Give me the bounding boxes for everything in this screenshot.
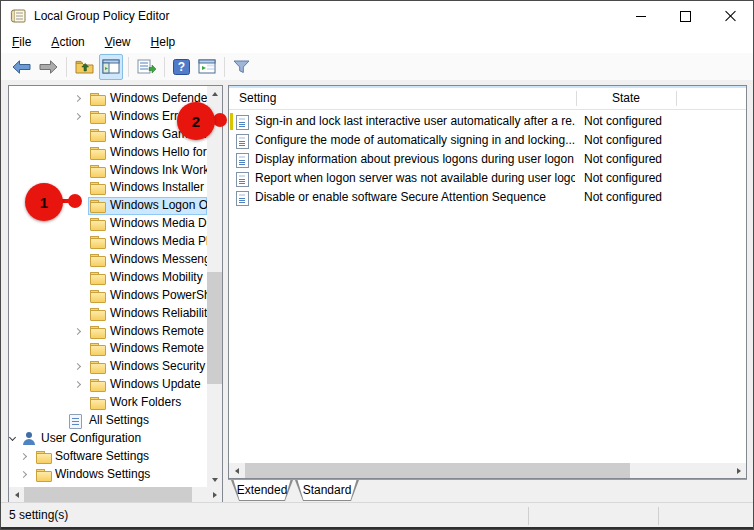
chevron-icon[interactable]: [74, 95, 82, 103]
scrollbar-thumb[interactable]: [207, 272, 222, 384]
scroll-up-button[interactable]: [207, 86, 222, 101]
policy-setting-icon: [236, 191, 249, 206]
settings-list-row[interactable]: Report when logon server was not availab…: [229, 169, 745, 188]
filter-button[interactable]: [230, 55, 253, 79]
main-area: Windows Defender Windows Error Re Window…: [1, 80, 753, 504]
list-horizontal-scrollbar[interactable]: [229, 463, 746, 478]
tree-item[interactable]: Windows Update: [9, 376, 207, 394]
folder-icon: [90, 199, 106, 213]
scroll-right-icon: [737, 468, 741, 474]
tree-horizontal-scrollbar[interactable]: [9, 487, 222, 502]
maximize-button[interactable]: [663, 1, 708, 31]
tree-item[interactable]: Windows Messeng: [9, 251, 207, 269]
scroll-up-icon: [212, 92, 218, 96]
scrollbar-thumb[interactable]: [245, 463, 630, 478]
chevron-icon[interactable]: [74, 113, 82, 121]
tree-item[interactable]: Windows Mobility: [9, 269, 207, 287]
toolbar-separator: [66, 57, 67, 77]
tree-item[interactable]: Windows Security: [9, 358, 207, 376]
tree-item[interactable]: Windows Media Pl: [9, 233, 207, 251]
tree-item[interactable]: User Configuration: [9, 430, 207, 448]
folder-icon: [90, 128, 106, 142]
tree-item[interactable]: Work Folders: [9, 394, 207, 412]
tree-item[interactable]: All Settings: [9, 412, 207, 430]
chevron-icon[interactable]: [9, 435, 17, 443]
tree-item[interactable]: Windows Defender: [9, 90, 207, 108]
scroll-right-button[interactable]: [731, 463, 746, 478]
folder-icon: [90, 307, 106, 321]
tree-item[interactable]: Windows Settings: [9, 466, 207, 484]
up-one-level-button[interactable]: [72, 55, 97, 79]
show-console-tree-button[interactable]: [99, 54, 123, 80]
folder-icon: [90, 164, 106, 178]
folder-icon: [90, 271, 106, 285]
policy-setting-icon: [236, 172, 249, 187]
settings-list-row[interactable]: Configure the mode of automatically sign…: [229, 131, 745, 150]
toolbar: ?: [1, 53, 753, 81]
folder-icon: [36, 450, 52, 464]
folder-icon: [90, 181, 106, 195]
settings-list-pane: Setting State Sign-in and lock last inte…: [228, 85, 747, 479]
settings-list-row[interactable]: Sign-in and lock last interactive user a…: [229, 112, 745, 131]
minimize-button[interactable]: [618, 1, 663, 31]
chevron-icon[interactable]: [20, 471, 28, 479]
scroll-down-button[interactable]: [207, 472, 222, 487]
tree-item[interactable]: Windows Ink Works: [9, 162, 207, 180]
menu-bar: FileActionViewHelp: [1, 31, 753, 53]
forward-button[interactable]: [36, 55, 61, 79]
back-button[interactable]: [9, 55, 34, 79]
tree-item[interactable]: Windows Hello for: [9, 144, 207, 162]
close-button[interactable]: [708, 1, 753, 31]
tree-item[interactable]: Windows Remote: [9, 323, 207, 341]
tree-item[interactable]: Windows Reliabilit: [9, 305, 207, 323]
tree-item-label: Software Settings: [55, 448, 149, 466]
column-divider[interactable]: [676, 91, 677, 106]
tree-item[interactable]: Windows Remote: [9, 340, 207, 358]
folder-icon: [90, 360, 106, 374]
scrollbar-thumb[interactable]: [24, 487, 192, 502]
tree-item-label: Windows Ink Works: [110, 162, 207, 180]
tree-item-label: Windows Logon Opt: [110, 197, 207, 215]
chevron-icon[interactable]: [74, 381, 82, 389]
menu-item-view[interactable]: View: [95, 31, 141, 53]
tree-item[interactable]: Windows PowerShe: [9, 287, 207, 305]
scroll-right-button[interactable]: [207, 487, 222, 502]
minimize-icon: [636, 16, 646, 17]
tab-standard-label: Standard: [295, 480, 359, 501]
chevron-icon[interactable]: [74, 328, 82, 336]
console-tree-pane: Windows Defender Windows Error Re Window…: [8, 85, 223, 503]
chevron-icon[interactable]: [74, 363, 82, 371]
tree-item-label: Work Folders: [110, 394, 181, 412]
new-window-button[interactable]: [195, 55, 219, 79]
chevron-icon[interactable]: [20, 453, 28, 461]
scroll-left-button[interactable]: [9, 487, 24, 502]
tree-item-label: Windows Settings: [55, 466, 150, 484]
menu-item-file[interactable]: File: [2, 31, 41, 53]
menu-item-action[interactable]: Action: [41, 31, 94, 53]
svg-text:?: ?: [178, 60, 185, 74]
tree-vertical-scrollbar[interactable]: [207, 86, 222, 487]
settings-list-row[interactable]: Display information about previous logon…: [229, 150, 745, 169]
setting-state: Not configured: [584, 112, 662, 131]
tree-item[interactable]: Software Settings: [9, 448, 207, 466]
annotation-marker-1: 1: [25, 183, 63, 221]
tree-item[interactable]: Windows Game Re: [9, 126, 207, 144]
setting-state: Not configured: [584, 169, 662, 188]
export-list-button[interactable]: [134, 55, 159, 79]
annotation-marker-2: 2: [177, 102, 215, 140]
menu-item-help[interactable]: Help: [141, 31, 186, 53]
status-bar: 5 setting(s): [1, 502, 753, 529]
scroll-left-icon: [15, 492, 19, 498]
tab-standard[interactable]: Standard: [295, 480, 359, 501]
tab-extended[interactable]: Extended: [231, 480, 293, 501]
settings-list-row[interactable]: Disable or enable software Secure Attent…: [229, 188, 745, 207]
column-header-state[interactable]: State: [612, 91, 640, 105]
tree-item-label: Windows Media Pl: [110, 233, 207, 251]
column-divider[interactable]: [576, 91, 577, 106]
setting-state: Not configured: [584, 131, 662, 150]
scroll-left-button[interactable]: [229, 463, 244, 478]
column-header-setting[interactable]: Setting: [239, 91, 276, 105]
status-text: 5 setting(s): [9, 508, 68, 522]
help-button[interactable]: ?: [170, 55, 193, 79]
annotation-number: 1: [40, 194, 48, 211]
